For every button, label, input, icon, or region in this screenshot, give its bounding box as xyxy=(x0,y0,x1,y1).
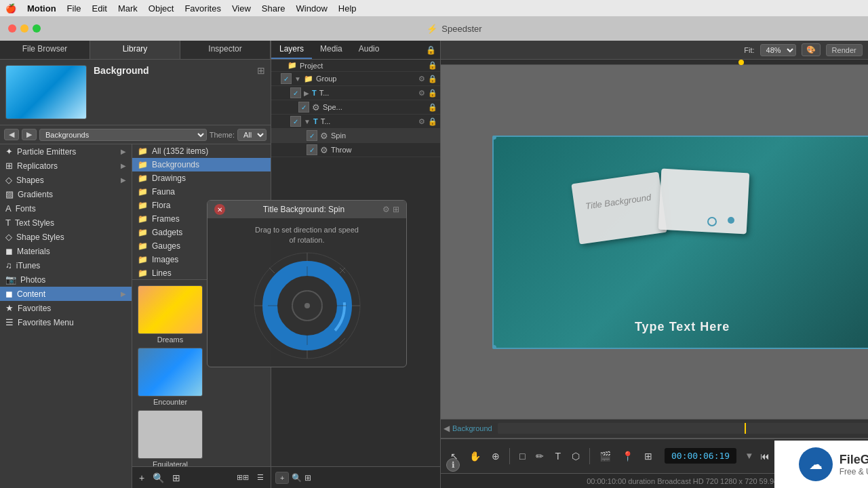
sidebar-item-gradients[interactable]: ▨ Gradients xyxy=(0,187,132,201)
layer-throw[interactable]: ✓ ⚙ Throw xyxy=(271,143,440,157)
sidebar-item-content[interactable]: ◼ Content ▶ xyxy=(0,287,132,301)
thumb-dreams[interactable]: Dreams xyxy=(138,285,203,344)
sidebar-item-materials[interactable]: ◼ Materials xyxy=(0,244,132,258)
list-view-button[interactable]: ☰ xyxy=(254,472,267,483)
thumb-equilateral[interactable]: Equilateral xyxy=(138,410,203,466)
grid-tool[interactable]: ⊞ xyxy=(640,448,656,464)
panel-tabs: File Browser Library Inspector xyxy=(0,41,271,60)
view-menu[interactable]: View xyxy=(232,3,251,14)
sidebar-item-favorites[interactable]: ★ Favorites xyxy=(0,301,132,315)
add-button[interactable]: + xyxy=(136,471,147,485)
category-backgrounds[interactable]: 📁 Backgrounds xyxy=(132,158,271,171)
spin-close-button[interactable]: ✕ xyxy=(214,204,225,215)
shape-tool[interactable]: □ xyxy=(515,448,529,464)
sidebar-item-shape-styles[interactable]: ◇ Shape Styles xyxy=(0,230,132,244)
mark-menu[interactable]: Mark xyxy=(118,3,138,14)
category-fauna[interactable]: 📁 Fauna xyxy=(132,185,271,199)
theme-label: Theme: xyxy=(210,131,235,139)
rotate-handle[interactable] xyxy=(707,217,717,226)
search-button[interactable]: 🔍 xyxy=(150,471,167,485)
title1-checkbox[interactable]: ✓ xyxy=(290,87,301,98)
theme-select[interactable]: All xyxy=(237,129,267,141)
title1-settings-icon[interactable]: ⚙ xyxy=(418,89,425,98)
adjust-tool[interactable]: ✋ xyxy=(465,448,485,464)
sidebar-item-itunes[interactable]: ♫ iTunes xyxy=(0,258,132,272)
action-button[interactable]: ⊞ xyxy=(170,471,183,485)
pin-tool[interactable]: 📍 xyxy=(618,448,637,464)
tab-audio[interactable]: Audio xyxy=(351,41,388,59)
render-button[interactable]: Render xyxy=(826,44,863,56)
minimize-button[interactable] xyxy=(20,24,28,33)
canvas-wrapper: Fit: 48% 🎨 Render View ⛶ xyxy=(441,41,868,488)
group-settings-icon[interactable]: ⚙ xyxy=(418,75,425,83)
info-button[interactable]: ℹ xyxy=(446,458,460,472)
sidebar-item-particle-emitters[interactable]: ✦ Particle Emitters ▶ xyxy=(0,144,132,159)
window-menu[interactable]: Window xyxy=(296,3,328,14)
category-select[interactable]: Backgrounds xyxy=(39,129,207,141)
spin-expand-button[interactable]: ⊞ xyxy=(393,205,399,214)
spin-wheel[interactable] xyxy=(253,251,361,360)
type-text[interactable]: Type Text Here xyxy=(494,320,868,334)
timeline-collapse-button[interactable]: ◀ xyxy=(443,424,450,433)
text-tool[interactable]: T xyxy=(551,448,565,464)
apple-menu[interactable]: 🍎 xyxy=(5,3,16,14)
pan-tool[interactable]: ⊕ xyxy=(488,448,504,464)
title2-settings-icon[interactable]: ⚙ xyxy=(418,117,425,126)
grid-view-button[interactable]: ⊞⊞ xyxy=(234,472,252,483)
tab-inspector[interactable]: Inspector xyxy=(180,41,271,59)
expand-icon2[interactable]: ▼ xyxy=(304,118,311,125)
canvas[interactable]: Title Background Type Text Here xyxy=(441,65,868,419)
category-all[interactable]: 📁 All (1352 items) xyxy=(132,144,271,158)
scale-handle[interactable] xyxy=(728,217,734,224)
sidebar-item-text-styles[interactable]: T Text Styles xyxy=(0,216,132,230)
layer-title1[interactable]: ✓ ▶ T T... ⚙ 🔒 xyxy=(271,86,440,100)
spe-checkbox[interactable]: ✓ xyxy=(298,102,309,113)
layer-project[interactable]: 📁 Project 🔒 xyxy=(271,60,440,72)
expand-icon[interactable]: ▶ xyxy=(304,89,309,97)
sidebar-item-favorites-menu[interactable]: ☰ Favorites Menu xyxy=(0,315,132,329)
go-start-button[interactable]: ⏮ xyxy=(756,448,774,464)
layers-action-button[interactable]: ⊞ xyxy=(304,473,311,483)
timecode-down[interactable]: ▼ xyxy=(745,451,753,461)
layer-spin[interactable]: ✓ ⚙ Spin xyxy=(271,129,440,143)
layers-search-button[interactable]: 🔍 xyxy=(292,473,302,483)
thumb-encounter[interactable]: Encounter xyxy=(138,348,203,406)
share-menu[interactable]: Share xyxy=(262,3,285,14)
object-menu[interactable]: Object xyxy=(149,3,174,14)
favorites-menu[interactable]: Favorites xyxy=(184,3,220,14)
help-menu[interactable]: Help xyxy=(338,3,357,14)
color-picker-button[interactable]: 🎨 xyxy=(802,43,821,56)
camera-tool[interactable]: 🎬 xyxy=(595,448,615,464)
layers-add-button[interactable]: + xyxy=(275,472,289,484)
tab-file-browser[interactable]: File Browser xyxy=(0,41,90,59)
polygon-tool[interactable]: ⬡ xyxy=(568,448,584,464)
layer-group[interactable]: ✓ ▼ 📁 Group ⚙ 🔒 xyxy=(271,72,440,86)
layer-title2[interactable]: ✓ ▼ T T... ⚙ 🔒 xyxy=(271,115,440,129)
spin-checkbox[interactable]: ✓ xyxy=(307,130,317,141)
close-button[interactable] xyxy=(8,24,16,33)
tab-media[interactable]: Media xyxy=(312,41,351,59)
tab-library[interactable]: Library xyxy=(90,41,180,59)
edit-menu[interactable]: Edit xyxy=(92,3,107,14)
nav-forward-button[interactable]: ▶ xyxy=(22,129,37,140)
expand-icon[interactable]: ▼ xyxy=(294,75,301,83)
nav-back-button[interactable]: ◀ xyxy=(4,129,19,140)
tab-layers[interactable]: Layers xyxy=(271,41,312,59)
preview-action-icon[interactable]: ⊞ xyxy=(257,65,265,76)
layer-spe[interactable]: ✓ ⚙ Spe... 🔒 xyxy=(271,100,440,115)
sidebar-item-photos[interactable]: 📷 Photos xyxy=(0,272,132,287)
sidebar-item-fonts[interactable]: A Fonts xyxy=(0,201,132,216)
title2-checkbox[interactable]: ✓ xyxy=(290,116,301,127)
sidebar-item-shapes[interactable]: ◇ Shapes ▶ xyxy=(0,173,132,187)
spin-settings-button[interactable]: ⚙ xyxy=(382,205,390,214)
sidebar-item-replicators[interactable]: ⊞ Replicators ▶ xyxy=(0,159,132,173)
file-menu[interactable]: File xyxy=(67,3,81,14)
replicators-icon: ⊞ xyxy=(5,161,13,171)
category-drawings[interactable]: 📁 Drawings xyxy=(132,171,271,185)
group-checkbox[interactable]: ✓ xyxy=(281,73,292,84)
paint-tool[interactable]: ✏ xyxy=(532,448,548,464)
throw-checkbox[interactable]: ✓ xyxy=(307,144,317,155)
maximize-button[interactable] xyxy=(33,24,41,33)
fit-select[interactable]: 48% xyxy=(760,44,796,56)
app-name-menu[interactable]: Motion xyxy=(27,3,56,14)
